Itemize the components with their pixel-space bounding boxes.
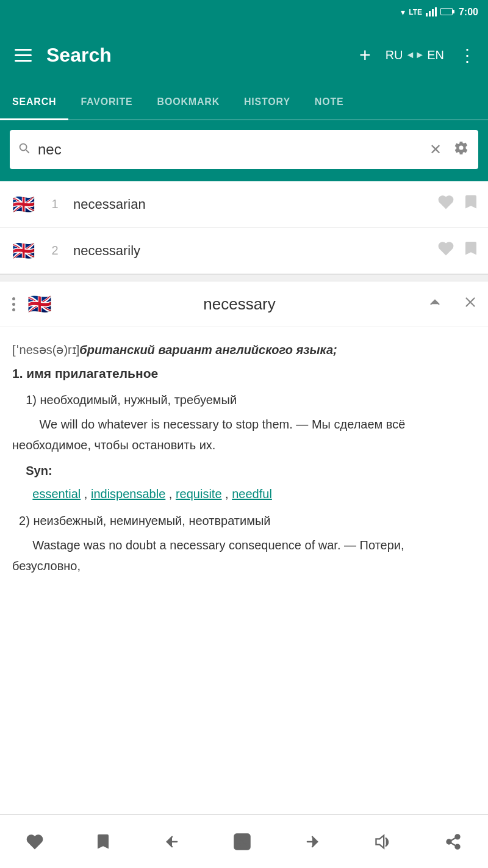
favorite-button-2[interactable] [438,241,454,261]
more-icon[interactable] [10,295,18,314]
sense-2: 2) неизбежный, неминуемый, неотвратимый [12,510,476,531]
search-bar-container: ✕ [0,120,488,181]
tabs-bar: SEARCH FAVORITE BOOKMARK HISTORY NOTE [0,85,488,120]
tab-bookmark[interactable]: BOOKMARK [145,85,232,119]
nav-forward[interactable] [294,828,331,855]
definition-content: [ˈnesəs(ə)rɪ]британский вариант английск… [0,327,488,591]
wifi-icon: ▾ [401,7,405,17]
favorite-button-1[interactable] [438,194,454,214]
syn-link-essential[interactable]: essential [32,487,81,501]
status-time: 7:00 [459,7,478,18]
lang-to: EN [427,48,444,62]
svg-point-15 [241,841,243,843]
svg-rect-3 [435,7,437,16]
result-actions-1 [438,194,478,214]
language-switcher[interactable]: RU ◄► EN [386,48,444,62]
definition-flag: 🇬🇧 [27,292,52,316]
app-bar: Search + RU ◄► EN ⋮ [0,24,488,85]
tab-favorite[interactable]: FAVORITE [68,85,145,119]
battery-icon [440,7,455,18]
search-input-wrapper: ✕ [10,130,478,169]
status-bar: ▾ LTE 7:00 [0,0,488,24]
search-settings-button[interactable] [451,138,471,161]
syn-link-requisite[interactable]: requisite [176,487,222,501]
lang-from: RU [386,48,403,62]
sense-1: 1) необходимый, нужный, требуемый [12,389,476,410]
menu-button[interactable] [12,46,34,64]
signal-icon [426,7,437,18]
result-flag-2: 🇬🇧 [10,240,37,261]
search-clear-button[interactable]: ✕ [427,139,444,161]
syn-link-needful[interactable]: needful [232,487,272,501]
syn-label: Syn: [26,464,52,477]
example-1: We will do whatever is necessary to stop… [12,414,476,455]
lte-icon: LTE [409,8,422,16]
hamburger-line-1 [15,49,32,51]
result-number-1: 1 [46,197,63,211]
status-icons: ▾ LTE 7:00 [401,7,478,18]
nav-favorites[interactable] [16,828,53,855]
example-2: Wastage was no doubt a necessary consequ… [12,535,476,576]
syn-link-indispensable[interactable]: indispensable [91,487,165,501]
result-list: 🇬🇧 1 necessarian 🇬🇧 2 necessarily [0,181,488,274]
part-of-speech: 1. имя прилагательное [12,363,476,385]
svg-line-21 [451,842,456,845]
tab-history[interactable]: HISTORY [232,85,303,119]
more-options-button[interactable]: ⋮ [459,45,476,65]
synonyms: Syn: [12,460,476,481]
nav-share[interactable] [435,828,472,855]
page-title: Search [46,44,347,67]
more-dot-2 [12,303,15,306]
result-number-2: 2 [46,244,63,258]
bookmark-button-2[interactable] [464,241,478,261]
phonetic-text: [ˈnesəs(ə)rɪ] [12,343,79,356]
result-flag-1: 🇬🇧 [10,193,37,215]
add-button[interactable]: + [359,44,371,67]
svg-rect-2 [432,9,434,16]
hamburger-line-2 [15,54,32,56]
definition-panel: 🇬🇧 necessary [ˈnesəs(ə)rɪ]британский вар… [0,281,488,591]
svg-rect-1 [429,11,431,16]
tab-search[interactable]: SEARCH [0,85,68,120]
nav-volume[interactable] [364,828,402,855]
phonetic-transcription: [ˈnesəs(ə)rɪ]британский вариант английск… [12,339,476,360]
result-actions-2 [438,241,478,261]
definition-word: necessary [62,295,417,314]
lang-arrow-icon: ◄► [406,49,425,60]
section-divider [0,274,488,281]
svg-marker-17 [376,835,384,848]
nav-back[interactable] [154,828,190,855]
svg-line-22 [451,837,456,841]
more-dot-3 [12,308,15,311]
hamburger-line-3 [15,60,32,62]
definition-header: 🇬🇧 necessary [0,281,488,327]
svg-point-11 [238,837,240,840]
nav-bookmark[interactable] [86,828,120,855]
more-dot-1 [12,297,15,300]
close-button[interactable] [462,294,478,314]
svg-point-14 [244,844,246,846]
variant-label: британский вариант английского языка; [79,343,337,356]
search-input[interactable] [38,141,420,158]
search-icon [17,141,30,158]
svg-rect-5 [453,10,454,13]
result-item[interactable]: 🇬🇧 1 necessarian [0,181,488,228]
svg-rect-6 [441,9,452,15]
result-word-2: necessarily [73,243,428,259]
syn-links: essential , indispensable , requisite , … [12,483,476,504]
nav-random[interactable] [223,828,261,856]
result-item[interactable]: 🇬🇧 2 necessarily [0,228,488,274]
result-word-1: necessarian [73,197,428,212]
svg-rect-0 [426,13,428,16]
svg-point-13 [238,844,240,846]
svg-point-12 [244,837,246,840]
bottom-nav [0,814,488,868]
bookmark-button-1[interactable] [464,194,478,214]
app-bar-actions: + RU ◄► EN ⋮ [359,44,476,67]
tab-note[interactable]: NOTE [303,85,356,119]
collapse-button[interactable] [427,294,443,314]
